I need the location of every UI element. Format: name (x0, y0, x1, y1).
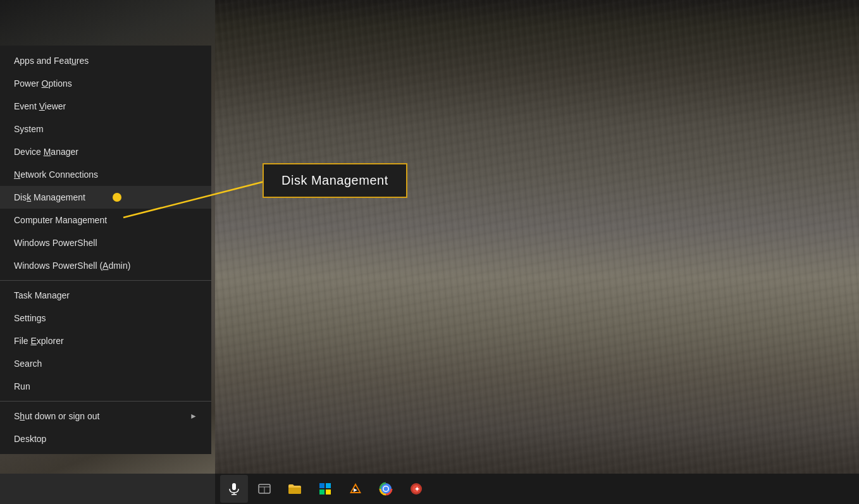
menu-item-apps-features[interactable]: Apps and Features (0, 49, 211, 72)
menu-item-task-manager[interactable]: Task Manager (0, 284, 211, 307)
menu-item-label: Settings (14, 313, 46, 323)
taskbar-antivirus-button[interactable]: ✦ (402, 475, 430, 503)
menu-item-label: System (14, 124, 44, 134)
tablet-icon (257, 482, 271, 496)
taskbar-file-explorer-button[interactable] (281, 475, 309, 503)
disk-management-tooltip: Disk Management (263, 163, 407, 198)
menu-item-event-viewer[interactable]: Event Viewer (0, 95, 211, 118)
menu-item-label: Search (14, 359, 42, 369)
svg-rect-10 (326, 489, 331, 495)
rock-texture-overlay (215, 0, 859, 504)
store-icon (318, 482, 332, 496)
taskbar-store-button[interactable] (311, 475, 339, 503)
chrome-icon (379, 482, 393, 496)
menu-item-desktop[interactable]: Desktop (0, 427, 211, 450)
taskbar-start-area (0, 474, 215, 504)
menu-divider-2 (0, 401, 211, 402)
menu-item-label: Windows PowerShell (14, 238, 97, 248)
svg-rect-8 (326, 483, 331, 488)
menu-item-label: Disk Management (14, 192, 85, 202)
menu-item-network-connections[interactable]: Network Connections (0, 163, 211, 186)
menu-item-label: Device Manager (14, 147, 78, 157)
taskbar-icons: ▶ ✦ (215, 475, 430, 503)
menu-item-label: Event Viewer (14, 101, 66, 111)
microphone-icon (227, 482, 241, 496)
svg-text:✦: ✦ (414, 486, 420, 493)
menu-item-label: Computer Management (14, 215, 107, 225)
menu-item-label: File Explorer (14, 336, 64, 346)
antivirus-icon: ✦ (409, 482, 423, 496)
menu-item-file-explorer[interactable]: File Explorer (0, 329, 211, 352)
svg-rect-7 (319, 483, 324, 488)
menu-item-windows-powershell[interactable]: Windows PowerShell (0, 231, 211, 254)
vlc-icon: ▶ (349, 482, 362, 496)
folder-icon (287, 482, 302, 496)
menu-item-device-manager[interactable]: Device Manager (0, 140, 211, 163)
menu-item-run[interactable]: Run (0, 375, 211, 398)
selection-dot (113, 193, 121, 202)
tooltip-label: Disk Management (281, 173, 388, 187)
menu-item-label: Shut down or sign out (14, 411, 99, 421)
menu-item-system[interactable]: System (0, 118, 211, 140)
context-menu: Apps and Features Power Options Event Vi… (0, 46, 211, 454)
svg-rect-9 (319, 489, 324, 495)
menu-item-windows-powershell-admin[interactable]: Windows PowerShell (Admin) (0, 254, 211, 277)
menu-item-label: Run (14, 381, 30, 391)
menu-item-disk-management[interactable]: Disk Management (0, 186, 211, 209)
menu-divider-1 (0, 280, 211, 281)
menu-item-label: Windows PowerShell (Admin) (14, 261, 130, 271)
menu-item-search[interactable]: Search (0, 352, 211, 375)
svg-point-19 (384, 487, 388, 491)
taskbar-tablet-button[interactable] (250, 475, 278, 503)
menu-item-computer-management[interactable]: Computer Management (0, 209, 211, 231)
svg-rect-1 (232, 483, 236, 490)
menu-item-shut-down[interactable]: Shut down or sign out ► (0, 405, 211, 427)
menu-item-power-options[interactable]: Power Options (0, 72, 211, 95)
taskbar-chrome-button[interactable] (372, 475, 400, 503)
menu-item-label: Task Manager (14, 290, 70, 300)
menu-item-settings[interactable]: Settings (0, 307, 211, 329)
menu-item-label: Power Options (14, 78, 72, 89)
taskbar: ▶ ✦ (0, 474, 859, 504)
submenu-arrow-icon: ► (190, 412, 197, 421)
taskbar-vlc-button[interactable]: ▶ (342, 475, 369, 503)
menu-item-label: Network Connections (14, 169, 98, 180)
menu-item-label: Apps and Features (14, 56, 89, 66)
taskbar-mic-button[interactable] (220, 475, 248, 503)
menu-item-label: Desktop (14, 434, 46, 444)
